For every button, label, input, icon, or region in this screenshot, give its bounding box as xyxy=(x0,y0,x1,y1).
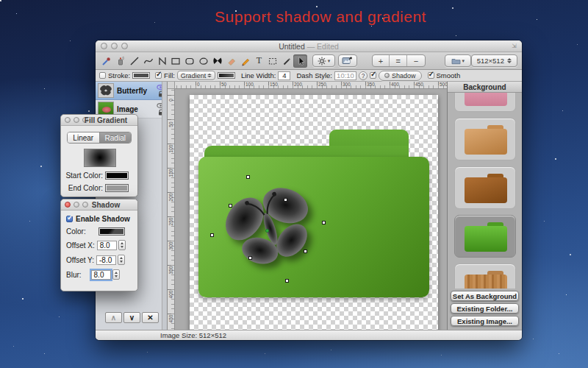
selection-handle[interactable] xyxy=(248,256,252,260)
blur-input[interactable]: 8.0 xyxy=(91,270,111,280)
help-button[interactable]: ? xyxy=(359,71,368,80)
stroke-color-swatch[interactable] xyxy=(132,72,150,79)
layer-name: Image xyxy=(117,105,138,113)
title-bar[interactable]: Untitled — Edited ⇲ xyxy=(96,40,522,52)
stepper-arrows-icon xyxy=(207,74,212,77)
canvas-size-stepper[interactable]: 512×512 xyxy=(471,54,517,67)
eyedropper-tool[interactable] xyxy=(100,54,114,68)
canvas-viewport[interactable] xyxy=(175,89,447,330)
offset-x-stepper[interactable] xyxy=(118,240,126,250)
move-cursor-tool[interactable] xyxy=(293,54,307,68)
fill-gradient-titlebar[interactable]: Fill Gradient xyxy=(61,115,137,126)
offset-y-input[interactable]: -8.0 xyxy=(96,255,116,265)
shadow-titlebar[interactable]: Shadow xyxy=(61,199,137,210)
thumbnail-green-folder-selected[interactable] xyxy=(454,215,516,258)
blur-stepper[interactable] xyxy=(112,269,120,280)
tab-radial[interactable]: Radial xyxy=(100,132,132,143)
dropdown-arrow-icon: ▾ xyxy=(328,58,331,64)
zoom-segmented-control: + = − xyxy=(372,54,426,67)
export-image-button[interactable] xyxy=(338,54,357,67)
close-panel-button[interactable] xyxy=(65,202,71,208)
zoom-actual-button[interactable]: = xyxy=(390,55,407,66)
butterfly-shape[interactable] xyxy=(223,185,318,273)
existing-folder-button[interactable]: Existing Folder... xyxy=(451,303,519,314)
tab-linear[interactable]: Linear xyxy=(68,132,100,143)
select-marquee-tool[interactable] xyxy=(266,54,280,68)
layer-row-butterfly[interactable]: Butterfly xyxy=(96,82,167,100)
start-color-label: Start Color: xyxy=(61,171,103,180)
background-thumbnail-list[interactable] xyxy=(448,93,522,289)
curve-tool[interactable] xyxy=(141,54,155,68)
selection-handle[interactable] xyxy=(285,279,289,283)
status-bar: Image Size: 512×512 xyxy=(96,330,522,340)
rectangle-tool[interactable] xyxy=(169,54,183,68)
background-sidebar: Background Set As Background Existing Fo… xyxy=(447,82,522,330)
selection-handle[interactable] xyxy=(246,175,250,179)
shadow-settings-button[interactable]: Shadow xyxy=(379,71,422,81)
thumbnail-pink-folder[interactable] xyxy=(454,93,516,112)
line-width-input[interactable]: 4 xyxy=(278,71,290,80)
set-as-background-button[interactable]: Set As Background xyxy=(451,291,519,301)
existing-image-button[interactable]: Existing Image... xyxy=(451,316,519,326)
zoom-in-button[interactable]: + xyxy=(373,55,390,66)
action-menu-button[interactable]: ▾ xyxy=(312,54,335,67)
selection-handle[interactable] xyxy=(304,250,307,253)
eraser-tool[interactable] xyxy=(224,54,238,68)
layer-name: Butterfly xyxy=(117,87,147,95)
butterfly-shape-tool[interactable] xyxy=(211,54,225,68)
dropdown-arrow-icon: ▾ xyxy=(462,58,465,64)
thumbnail-wood-folder[interactable] xyxy=(454,263,516,289)
offset-x-input[interactable]: 8.0 xyxy=(97,241,117,250)
selection-handle[interactable] xyxy=(210,233,214,237)
line-width-label: Line Width: xyxy=(241,71,276,79)
rotation-center-dot[interactable] xyxy=(265,229,269,233)
text-tool[interactable]: T xyxy=(252,54,266,68)
gear-icon xyxy=(318,57,326,66)
rounded-rectangle-tool[interactable] xyxy=(183,54,197,68)
end-color-label: End Color: xyxy=(61,184,103,192)
layers-scrollbar[interactable] xyxy=(162,82,167,330)
offset-y-stepper[interactable] xyxy=(118,255,125,265)
folder-style-dropdown[interactable]: ▾ xyxy=(445,54,471,67)
zoom-out-button[interactable]: − xyxy=(407,55,425,66)
fill-checkbox[interactable]: ✓ xyxy=(155,72,162,79)
stroke-label: Stroke: xyxy=(108,71,130,79)
canvas-area: 0 50 100 150 200 250 300 350 400 450 500… xyxy=(168,82,447,330)
drawing-canvas[interactable] xyxy=(190,95,438,330)
dash-style-input[interactable]: 10:10 xyxy=(334,71,356,80)
airbrush-tool[interactable] xyxy=(114,54,128,68)
fill-gradient-swatch[interactable] xyxy=(218,72,235,79)
line-tool[interactable] xyxy=(128,54,142,68)
enable-shadow-checkbox[interactable]: ✓ xyxy=(66,216,73,222)
selection-handle[interactable] xyxy=(284,198,287,202)
smooth-checkbox[interactable]: ✓ xyxy=(428,72,434,79)
panel-title: Fill Gradient xyxy=(79,116,133,124)
edited-badge: — Edited xyxy=(307,42,339,51)
desktop: Support shadow and gradient Untitled — E… xyxy=(0,0,588,368)
polyline-tool[interactable] xyxy=(155,54,169,68)
panel-title: Shadow xyxy=(79,201,133,209)
thumbnail-brown-folder[interactable] xyxy=(454,166,516,209)
selection-handle[interactable] xyxy=(322,221,326,224)
selection-handle[interactable] xyxy=(229,204,232,208)
sidebar-title: Background xyxy=(448,82,522,93)
butterfly-layer-thumbnail xyxy=(98,83,114,98)
blur-label: Blur: xyxy=(66,271,82,279)
stroke-checkbox[interactable] xyxy=(99,72,106,79)
magic-wand-tool[interactable] xyxy=(280,54,294,68)
shadow-color-swatch[interactable] xyxy=(98,227,125,236)
image-size-status: Image Size: 512×512 xyxy=(160,331,226,339)
tool-bar: T ▾ + = − xyxy=(96,52,522,70)
ruler-corner xyxy=(168,82,175,89)
ellipse-tool[interactable] xyxy=(197,54,211,68)
delete-layer-button[interactable]: ✕ xyxy=(142,312,159,323)
thumbnail-tan-folder[interactable] xyxy=(454,118,516,160)
end-color-swatch[interactable] xyxy=(105,184,129,192)
shadow-checkbox[interactable]: ✓ xyxy=(370,72,376,79)
close-panel-button[interactable] xyxy=(65,117,71,123)
move-layer-down-button[interactable]: ∨ xyxy=(123,312,140,323)
fill-type-dropdown[interactable]: Gradient xyxy=(177,71,215,80)
start-color-swatch[interactable] xyxy=(105,171,129,180)
move-layer-up-button[interactable]: ∧ xyxy=(105,312,122,323)
pencil-tool[interactable] xyxy=(238,54,252,68)
